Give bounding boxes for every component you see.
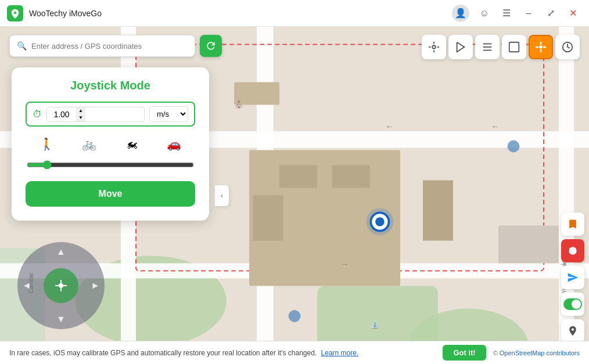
float-send-button[interactable] — [561, 266, 584, 289]
speed-input-wrap: ▲ ▼ — [46, 107, 145, 122]
moto-button[interactable]: 🏍 — [121, 134, 142, 154]
maximize-button[interactable]: ⤢ — [541, 4, 560, 23]
info-text: In rare cases, iOS may calibrate GPS and… — [9, 349, 436, 357]
joystick-arrows: ▲ ▼ ◄ ► — [17, 242, 105, 329]
osm-link[interactable]: OpenStreetMap contributors — [500, 349, 580, 356]
svg-point-37 — [432, 45, 436, 49]
map-container[interactable]: ← → ← → → ⛪ ⛲ Cambie Yukon Street 🔍 — [0, 27, 589, 364]
joystick-title: Joystick Mode — [26, 79, 195, 92]
face-button[interactable]: ☺ — [475, 4, 494, 23]
joystick-left-arrow[interactable]: ◄ — [22, 280, 31, 291]
joystick-outer[interactable]: ▲ ▼ ◄ ► — [17, 242, 105, 329]
osm-credit: © OpenStreetMap contributors — [493, 349, 580, 356]
history-button[interactable] — [555, 35, 580, 59]
joystick-down-arrow[interactable]: ▼ — [56, 314, 66, 325]
svg-point-46 — [539, 45, 543, 49]
bottom-bar: In rare cases, iOS may calibrate GPS and… — [0, 341, 589, 364]
svg-rect-48 — [540, 49, 542, 53]
svg-rect-45 — [509, 42, 519, 52]
unit-select[interactable]: m/s km/h mph — [149, 106, 188, 122]
user-avatar[interactable]: 👤 — [452, 5, 469, 22]
svg-point-23 — [508, 140, 520, 153]
bookmark-button[interactable] — [502, 35, 526, 59]
speed-input[interactable] — [47, 107, 76, 121]
teleport-mode-button[interactable] — [422, 35, 446, 59]
joystick-panel: Joystick Mode ⏱ ▲ ▼ m/s km/h mph 🚶 🚲 🏍 🚗 — [12, 67, 209, 221]
svg-rect-16 — [423, 181, 453, 241]
osm-text: © — [493, 349, 500, 356]
car-button[interactable]: 🚗 — [164, 134, 185, 154]
speed-slider-row — [26, 160, 195, 172]
svg-rect-49 — [536, 46, 539, 48]
info-message: In rare cases, iOS may calibrate GPS and… — [9, 349, 317, 357]
search-input[interactable] — [31, 42, 188, 51]
right-toolbar — [422, 35, 580, 59]
svg-text:←: ← — [491, 121, 500, 131]
search-icon: 🔍 — [17, 41, 27, 51]
search-bar[interactable]: 🔍 — [9, 35, 195, 57]
minimize-button[interactable]: – — [519, 4, 538, 23]
got-it-button[interactable]: Got it! — [443, 345, 486, 361]
speed-up-button[interactable]: ▲ — [76, 107, 85, 114]
move-button[interactable]: Move — [26, 181, 195, 207]
title-bar: WooTechy iMoveGo 👤 ☺ ☰ – ⤢ ✕ — [0, 0, 589, 27]
bike-button[interactable]: 🚲 — [79, 134, 100, 154]
svg-text:→: → — [340, 259, 349, 269]
speed-down-button[interactable]: ▼ — [76, 114, 85, 121]
svg-point-27 — [375, 217, 385, 226]
float-bookmark-button[interactable] — [561, 212, 584, 236]
speed-icon: ⏱ — [33, 109, 42, 120]
joystick-up-arrow[interactable]: ▲ — [56, 247, 66, 257]
svg-point-58 — [571, 249, 575, 253]
float-record-button[interactable] — [561, 239, 584, 262]
joystick-right-arrow[interactable]: ► — [91, 280, 100, 291]
multi-stop-button[interactable] — [448, 35, 473, 59]
app-logo — [7, 5, 23, 21]
speed-spinners: ▲ ▼ — [76, 107, 85, 121]
walk-button[interactable]: 🚶 — [37, 134, 58, 154]
app-title: WooTechy iMoveGo — [29, 9, 452, 18]
joystick-controller[interactable]: ▲ ▼ ◄ ► — [17, 242, 105, 329]
close-button[interactable]: ✕ — [563, 4, 582, 23]
svg-rect-19 — [498, 226, 559, 264]
window-controls: 👤 ☺ ☰ – ⤢ ✕ — [452, 4, 582, 23]
svg-rect-47 — [540, 42, 542, 45]
svg-rect-15 — [253, 196, 283, 241]
svg-rect-50 — [543, 46, 547, 48]
svg-text:⛲: ⛲ — [370, 320, 380, 330]
float-toggle-button[interactable] — [561, 293, 584, 316]
learn-more-link[interactable]: Learn more. — [321, 349, 359, 357]
svg-point-22 — [289, 310, 301, 322]
float-location-button[interactable] — [561, 319, 584, 343]
svg-text:←: ← — [385, 121, 394, 131]
transport-row: 🚶 🚲 🏍 🚗 — [26, 134, 195, 154]
svg-rect-14 — [332, 165, 370, 188]
svg-rect-13 — [279, 165, 317, 188]
route-mode-button[interactable] — [475, 35, 500, 59]
refresh-button[interactable] — [200, 35, 222, 57]
menu-button[interactable]: ☰ — [497, 4, 516, 23]
svg-text:⛪: ⛪ — [234, 99, 244, 109]
collapse-panel-arrow[interactable]: ‹ — [215, 185, 229, 206]
joystick-mode-button[interactable] — [529, 35, 553, 59]
speed-slider[interactable] — [27, 160, 194, 170]
speed-row: ⏱ ▲ ▼ m/s km/h mph — [26, 102, 195, 127]
